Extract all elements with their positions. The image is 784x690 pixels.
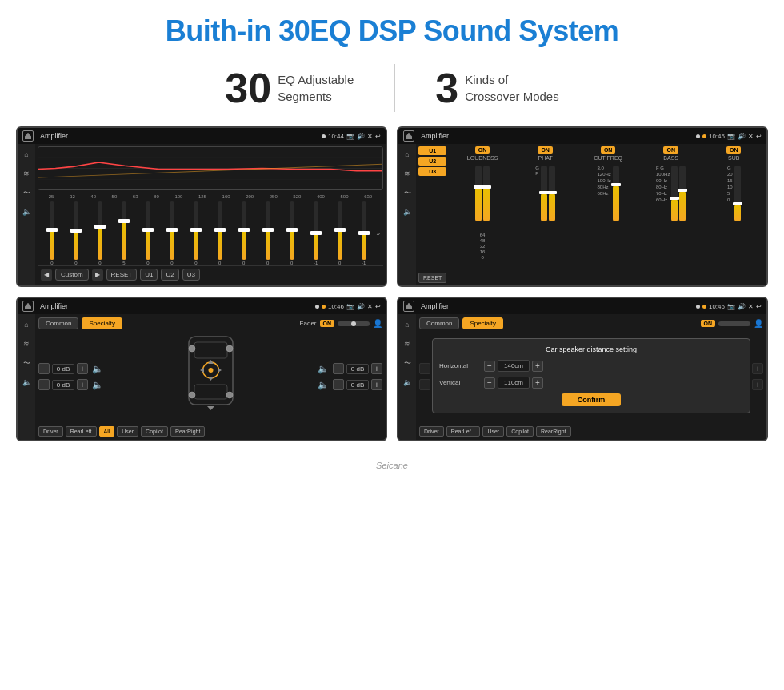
home-sidebar-icon-3[interactable]: ⌂	[21, 319, 32, 330]
wave-sidebar-icon-3[interactable]: 〜	[21, 357, 32, 369]
slider-7[interactable]: 0	[209, 201, 231, 265]
u1-crossover-btn[interactable]: U1	[418, 146, 446, 155]
fader-on-toggle[interactable]: ON	[320, 320, 335, 327]
slider-9[interactable]: 0	[257, 201, 279, 265]
slider-thumb-5[interactable]	[166, 228, 178, 232]
sub-slider[interactable]	[734, 166, 741, 221]
phat-on-badge[interactable]: ON	[538, 146, 553, 154]
bass-thumb-2[interactable]	[678, 189, 687, 192]
speaker-sidebar-icon-3[interactable]: 🔈	[21, 377, 32, 388]
fader-thumb[interactable]	[351, 321, 356, 326]
phat-slider[interactable]	[541, 166, 547, 221]
common-tab-3[interactable]: Common	[38, 317, 78, 329]
slider-thumb-11[interactable]	[310, 231, 322, 235]
home-sidebar-icon[interactable]: ⌂	[21, 149, 32, 160]
sub-on-badge[interactable]: ON	[726, 146, 742, 154]
common-tab-4[interactable]: Common	[419, 317, 459, 329]
sub-thumb[interactable]	[733, 202, 742, 205]
front-left-plus[interactable]: +	[77, 363, 88, 374]
vertical-minus[interactable]: −	[484, 377, 495, 389]
slider-8[interactable]: 0	[233, 201, 255, 265]
expand-arrows[interactable]: »	[377, 230, 380, 237]
slider-thumb-6[interactable]	[190, 228, 202, 232]
slider-thumb-0[interactable]	[46, 228, 58, 232]
home-icon-3[interactable]	[22, 301, 34, 312]
rear-right-plus[interactable]: +	[371, 379, 382, 390]
slider-track-0[interactable]	[50, 201, 54, 260]
slider-track-5[interactable]	[170, 201, 174, 260]
fader-slider[interactable]	[338, 321, 370, 326]
slider-10[interactable]: 0	[281, 201, 303, 265]
phat-thumb-2[interactable]	[547, 191, 557, 194]
bass-thumb-1[interactable]	[670, 197, 679, 200]
u2-crossover-btn[interactable]: U2	[418, 157, 446, 166]
home-icon[interactable]	[22, 130, 34, 142]
rear-right-btn-4[interactable]: RearRight	[536, 426, 571, 437]
slider-5[interactable]: 0	[161, 201, 183, 265]
prev-btn[interactable]: ◀	[41, 269, 52, 281]
slider-thumb-9[interactable]	[262, 228, 274, 232]
back-icon-2[interactable]: ↩	[756, 133, 762, 140]
slider-0[interactable]: 0	[41, 201, 63, 265]
cutfreq-slider[interactable]	[613, 166, 619, 221]
slider-4[interactable]: 0	[137, 201, 159, 265]
slider-track-1[interactable]	[74, 201, 78, 260]
slider-2[interactable]: 0	[89, 201, 111, 265]
slider-thumb-1[interactable]	[70, 229, 82, 233]
driver-btn-3[interactable]: Driver	[38, 426, 63, 437]
u3-btn[interactable]: U3	[182, 269, 200, 281]
eq-sidebar-icon-3[interactable]: ≋	[21, 338, 32, 349]
wave-sidebar-icon-2[interactable]: 〜	[402, 187, 413, 198]
slider-track-12[interactable]	[338, 201, 342, 260]
slider-track-9[interactable]	[266, 201, 270, 260]
slider-track-13[interactable]	[362, 201, 366, 260]
horizontal-plus[interactable]: +	[532, 361, 543, 372]
slider-thumb-3[interactable]	[118, 219, 130, 223]
eq-sidebar-icon-4[interactable]: ≋	[402, 338, 413, 349]
slider-track-10[interactable]	[290, 201, 294, 260]
custom-preset-btn[interactable]: Custom	[55, 269, 89, 281]
speaker-sidebar-icon-2[interactable]: 🔈	[402, 206, 413, 217]
slider-thumb-10[interactable]	[286, 228, 298, 232]
rear-left-btn-3[interactable]: RearLeft	[66, 426, 97, 437]
loudness-on-badge[interactable]: ON	[475, 146, 490, 154]
slider-track-8[interactable]	[242, 201, 246, 260]
specialty-tab-3[interactable]: Specialty	[82, 317, 122, 329]
front-right-minus[interactable]: −	[333, 363, 344, 374]
rear-left-btn-4[interactable]: RearLef...	[446, 426, 481, 437]
slider-thumb-2[interactable]	[94, 225, 106, 229]
slider-track-4[interactable]	[146, 201, 150, 260]
eq-sidebar-icon-2[interactable]: ≋	[402, 168, 413, 179]
fader-on-4[interactable]: ON	[701, 320, 716, 327]
home-sidebar-icon-4[interactable]: ⌂	[402, 319, 413, 330]
reset-btn-1[interactable]: RESET	[106, 269, 138, 281]
slider-1[interactable]: 0	[65, 201, 87, 265]
slider-11[interactable]: -1	[305, 201, 327, 265]
slider-thumb-7[interactable]	[214, 228, 226, 232]
home-icon-2[interactable]	[403, 130, 414, 142]
front-left-minus[interactable]: −	[38, 363, 50, 374]
u1-btn[interactable]: U1	[140, 269, 158, 281]
rear-left-minus[interactable]: −	[38, 379, 50, 390]
back-icon-4[interactable]: ↩	[756, 303, 762, 310]
loudness-thumb-2[interactable]	[482, 185, 491, 189]
slider-track-11[interactable]	[314, 201, 318, 260]
rear-right-btn-3[interactable]: RearRight	[170, 426, 206, 437]
slider-6[interactable]: 0	[185, 201, 207, 265]
speaker-sidebar-icon[interactable]: 🔈	[21, 206, 32, 217]
user-btn-4[interactable]: User	[482, 426, 504, 437]
eq-sidebar-icon[interactable]: ≋	[21, 168, 32, 179]
home-sidebar-icon-2[interactable]: ⌂	[402, 149, 413, 160]
copilot-btn-3[interactable]: Copilot	[141, 426, 168, 437]
loudness-slider-2[interactable]	[483, 166, 490, 221]
slider-12[interactable]: 0	[329, 201, 351, 265]
slider-13[interactable]: -1	[353, 201, 375, 265]
vertical-plus[interactable]: +	[532, 377, 543, 389]
bass-on-badge[interactable]: ON	[663, 146, 678, 154]
front-right-plus[interactable]: +	[371, 363, 382, 374]
driver-btn-4[interactable]: Driver	[419, 426, 444, 437]
u2-btn[interactable]: U2	[161, 269, 178, 281]
slider-track-3[interactable]	[122, 201, 126, 260]
slider-thumb-8[interactable]	[238, 228, 250, 232]
specialty-tab-4[interactable]: Specialty	[462, 317, 502, 329]
